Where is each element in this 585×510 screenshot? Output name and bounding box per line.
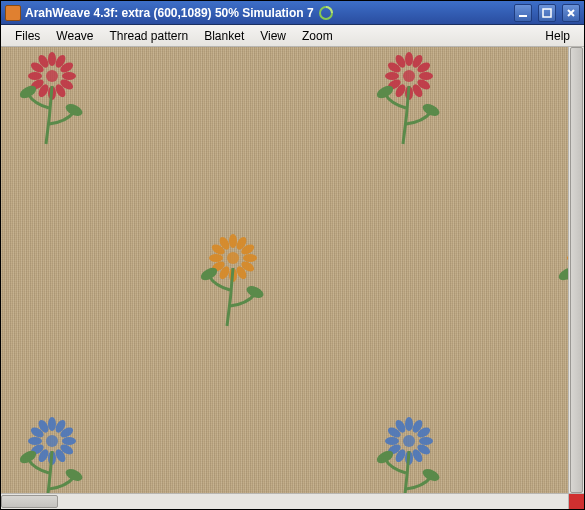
window-title: ArahWeave 4.3f: extra (600,1089) 50% Sim… xyxy=(25,6,314,20)
menu-thread-pattern[interactable]: Thread pattern xyxy=(101,27,196,45)
menu-files[interactable]: Files xyxy=(7,27,48,45)
app-icon xyxy=(5,5,21,21)
titlebar[interactable]: ArahWeave 4.3f: extra (600,1089) 50% Sim… xyxy=(1,1,584,25)
status-color-indicator xyxy=(568,494,584,509)
close-button[interactable] xyxy=(562,4,580,22)
menu-weave[interactable]: Weave xyxy=(48,27,101,45)
horizontal-scroll-thumb[interactable] xyxy=(1,495,58,508)
vertical-scrollbar[interactable] xyxy=(568,47,584,493)
minimize-icon xyxy=(518,8,528,18)
menu-zoom[interactable]: Zoom xyxy=(294,27,341,45)
content-area xyxy=(1,47,584,509)
maximize-icon xyxy=(542,8,552,18)
application-window: ArahWeave 4.3f: extra (600,1089) 50% Sim… xyxy=(0,0,585,510)
maximize-button[interactable] xyxy=(538,4,556,22)
distro-swirl-icon xyxy=(318,5,334,21)
weave-canvas[interactable] xyxy=(1,47,568,493)
close-icon xyxy=(566,8,576,18)
horizontal-scrollbar[interactable] xyxy=(1,494,568,509)
menu-view[interactable]: View xyxy=(252,27,294,45)
menu-blanket[interactable]: Blanket xyxy=(196,27,252,45)
svg-rect-1 xyxy=(519,15,527,17)
menubar: Files Weave Thread pattern Blanket View … xyxy=(1,25,584,47)
menu-help[interactable]: Help xyxy=(537,27,578,45)
vertical-scroll-thumb[interactable] xyxy=(570,47,583,493)
minimize-button[interactable] xyxy=(514,4,532,22)
fabric-simulation xyxy=(1,47,568,493)
svg-rect-2 xyxy=(543,9,551,17)
